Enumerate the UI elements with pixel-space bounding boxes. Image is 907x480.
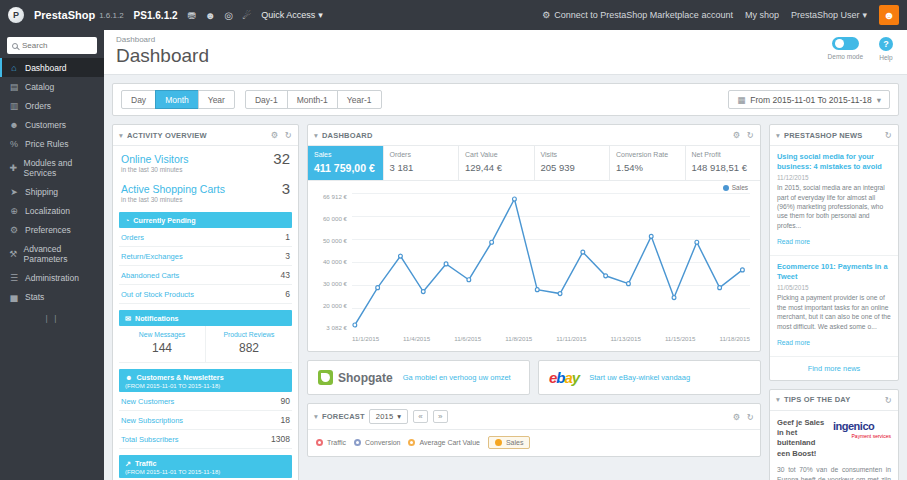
- sidebar-item-modules[interactable]: ✚Modules and Services: [0, 153, 104, 182]
- day-1-button[interactable]: Day-1: [245, 90, 288, 109]
- forecast-legend: Traffic Conversion Average Cart Value Sa…: [308, 430, 760, 456]
- price-rules-icon: %: [9, 139, 19, 149]
- collapse-menu-button[interactable]: ❘❘: [0, 306, 104, 331]
- forecast-chip-traffic[interactable]: Traffic: [316, 439, 346, 446]
- help-icon[interactable]: ?: [879, 37, 893, 51]
- sidebar-item-customers[interactable]: ☻Customers: [0, 115, 104, 134]
- gear-icon[interactable]: ⚙: [733, 130, 741, 140]
- caret-down-icon: ▾: [862, 10, 867, 20]
- pending-row-abandoned-carts[interactable]: Abandoned Carts43: [119, 266, 292, 285]
- cart-icon[interactable]: ⛃: [188, 10, 196, 21]
- ebay-link[interactable]: Start uw eBay-winkel vandaag: [589, 373, 690, 382]
- customers-row-new-customers[interactable]: New Customers90: [119, 392, 292, 411]
- sidebar-item-shipping[interactable]: ➤Shipping: [0, 182, 104, 201]
- shopgate-logo: Shopgate: [318, 370, 393, 385]
- chart-legend[interactable]: Sales: [723, 184, 748, 191]
- refresh-icon[interactable]: ↻: [885, 130, 892, 140]
- forecast-chip-conversion[interactable]: Conversion: [354, 439, 400, 446]
- forecast-prev-button[interactable]: «: [413, 410, 428, 423]
- gear-icon[interactable]: ⚙: [271, 130, 279, 140]
- tip-headline: Geef je Sales in het buitenland een Boos…: [777, 418, 827, 459]
- sidebar-item-label: Advanced Parameters: [24, 244, 96, 264]
- tip-header: Geef je Sales in het buitenland een Boos…: [770, 411, 898, 463]
- marketplace-link[interactable]: ⚙ Connect to PrestaShop Marketplace acco…: [542, 10, 733, 20]
- kpi-sales[interactable]: Sales411 759,00 €: [308, 146, 383, 180]
- search-input[interactable]: [22, 41, 92, 50]
- sidebar-item-localization[interactable]: ⊕Localization: [0, 201, 104, 220]
- my-shop-link[interactable]: My shop: [745, 10, 779, 20]
- chart-plot-area[interactable]: Sales: [352, 193, 750, 331]
- active-carts-label[interactable]: Active Shopping Carts: [121, 183, 225, 195]
- kpi-visits[interactable]: Visits205 939: [534, 146, 610, 180]
- gear-icon[interactable]: ⚙: [733, 412, 741, 422]
- read-more-link[interactable]: Read more: [777, 339, 810, 346]
- read-more-link[interactable]: Read more: [777, 238, 810, 245]
- sidebar-item-stats[interactable]: ▅Stats: [0, 287, 104, 306]
- refresh-icon[interactable]: ↻: [747, 412, 754, 422]
- forecast-year-select[interactable]: 2015 ▾: [369, 409, 408, 424]
- forecast-chip-sales[interactable]: Sales: [488, 436, 531, 449]
- shop-name[interactable]: PS1.6.1.2: [134, 10, 178, 21]
- forecast-next-button[interactable]: »: [433, 410, 448, 423]
- kpi-net-profit[interactable]: Net Profit148 918,51 €: [685, 146, 761, 180]
- sidebar-item-administration[interactable]: ☰Administration: [0, 268, 104, 287]
- find-more-news-link[interactable]: Find more news: [770, 357, 898, 380]
- news-article-headline[interactable]: Using social media for your business: 4 …: [777, 152, 891, 171]
- user-menu-label: PrestaShop User: [791, 10, 860, 20]
- shopgate-link[interactable]: Ga mobiel en verhoog uw omzet: [403, 373, 511, 382]
- sidebar-item-advanced-parameters[interactable]: ⚒Advanced Parameters: [0, 239, 104, 268]
- customers-newsletters-subtitle: (FROM 2015-11-01 TO 2015-11-18): [125, 383, 286, 389]
- clock-icon: ◔: [125, 216, 129, 225]
- activity-overview-title: ACTIVITY OVERVIEW: [127, 131, 207, 140]
- pending-row-returns[interactable]: Return/Exchanges3: [119, 247, 292, 266]
- day-button[interactable]: Day: [121, 90, 156, 109]
- refresh-icon[interactable]: ↻: [747, 130, 754, 140]
- breadcrumb[interactable]: Dashboard: [116, 35, 895, 44]
- news-article-headline[interactable]: Ecommerce 101: Payments in a Tweet: [777, 262, 891, 281]
- year-1-button[interactable]: Year-1: [337, 90, 382, 109]
- user-menu[interactable]: PrestaShop User ▾: [791, 10, 867, 20]
- kpi-orders[interactable]: Orders3 181: [383, 146, 459, 180]
- year-button[interactable]: Year: [198, 90, 235, 109]
- demo-mode-toggle[interactable]: [832, 37, 859, 50]
- support-icon[interactable]: ◎: [224, 10, 233, 21]
- dashboard-panel-header: ▾ DASHBOARD ⚙ ↻: [308, 125, 760, 146]
- sidebar-item-orders[interactable]: ▥Orders: [0, 96, 104, 115]
- date-range-picker[interactable]: ▦ From 2015-11-01 To 2015-11-18 ▾: [728, 90, 890, 109]
- y-tick-label: 60 000 €: [323, 215, 347, 222]
- customers-row-new-subscriptions[interactable]: New Subscriptions18: [119, 411, 292, 430]
- news-panel-header: ▾ PRESTASHOP NEWS ↻: [770, 125, 898, 146]
- row-value: 43: [281, 270, 290, 280]
- sidebar-item-preferences[interactable]: ⚙Preferences: [0, 220, 104, 239]
- product-reviews-cell[interactable]: Product Reviews 882: [205, 326, 292, 362]
- quick-access-menu[interactable]: Quick Access ▾: [261, 10, 323, 20]
- x-tick-label: 11/11/2015: [556, 335, 586, 342]
- new-messages-cell[interactable]: New Messages 144: [119, 326, 205, 362]
- month-1-button[interactable]: Month-1: [287, 90, 338, 109]
- ingenico-logo-subtext: Payment services: [833, 433, 891, 439]
- row-label: Abandoned Carts: [121, 271, 179, 280]
- kpi-conversion-rate[interactable]: Conversion Rate1.54%: [609, 146, 685, 180]
- pending-row-orders[interactable]: Orders1: [119, 228, 292, 247]
- refresh-icon[interactable]: ↻: [885, 395, 892, 405]
- month-button[interactable]: Month: [155, 90, 199, 109]
- legend-dot: [723, 185, 729, 191]
- sidebar-item-catalog[interactable]: ▤Catalog: [0, 77, 104, 96]
- kpi-value: 205 939: [541, 162, 604, 173]
- shopgate-banner[interactable]: Shopgate Ga mobiel en verhoog uw omzet: [307, 360, 530, 395]
- sidebar-item-dashboard[interactable]: ⌂Dashboard: [0, 58, 104, 77]
- avatar[interactable]: ☻: [879, 5, 899, 25]
- refresh-icon[interactable]: ↻: [285, 130, 292, 140]
- kpi-cart-value[interactable]: Cart Value129,44 €: [458, 146, 534, 180]
- rocket-icon[interactable]: ☄: [242, 10, 251, 21]
- y-tick-label: 30 000 €: [323, 280, 347, 287]
- envelope-icon: ✉: [125, 314, 131, 323]
- customers-row-total-subscribers[interactable]: Total Subscribers1308: [119, 430, 292, 449]
- sidebar-item-price-rules[interactable]: %Price Rules: [0, 134, 104, 153]
- caret-down-icon: ▾: [318, 10, 323, 20]
- person-icon[interactable]: ☻: [205, 10, 216, 21]
- ebay-banner[interactable]: ebay Start uw eBay-winkel vandaag: [538, 360, 761, 395]
- pending-row-out-of-stock[interactable]: Out of Stock Products6: [119, 285, 292, 304]
- online-visitors-label[interactable]: Online Visitors: [121, 153, 189, 165]
- forecast-chip-average-cart-value[interactable]: Average Cart Value: [408, 439, 479, 446]
